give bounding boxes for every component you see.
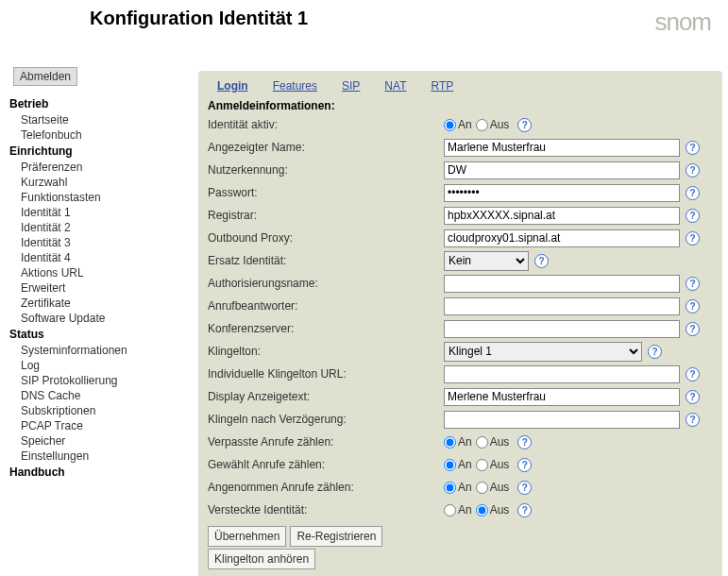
received-radios[interactable]: An Aus <box>444 481 512 494</box>
help-icon[interactable]: ? <box>517 458 532 472</box>
help-icon[interactable]: ? <box>517 118 532 132</box>
label-ringtone: Klingelton: <box>208 345 444 358</box>
label-failover: Ersatz Identität: <box>208 254 444 267</box>
input-mailbox[interactable] <box>444 297 680 315</box>
input-password[interactable] <box>444 184 680 202</box>
help-icon[interactable]: ? <box>686 141 700 155</box>
help-icon[interactable]: ? <box>686 186 700 200</box>
select-ringtone[interactable]: Klingel 1 <box>444 342 642 362</box>
hidden-on[interactable] <box>444 504 456 517</box>
nav-group-manual: Handbuch <box>9 464 191 481</box>
help-icon[interactable]: ? <box>686 413 700 427</box>
nav-item-functionkeys[interactable]: Funktionstasten <box>9 190 191 205</box>
input-ringtone-url[interactable] <box>444 365 680 383</box>
help-icon[interactable]: ? <box>686 390 700 404</box>
page-title: Konfiguration Identität 1 <box>90 8 308 29</box>
identity-active-off[interactable] <box>476 119 488 131</box>
label-authname: Authorisierungsname: <box>208 277 444 290</box>
received-off[interactable] <box>476 482 488 494</box>
help-icon[interactable]: ? <box>686 277 700 291</box>
apply-button[interactable]: Übernehmen <box>208 526 286 547</box>
missed-on[interactable] <box>444 436 456 449</box>
nav-group-setup: Einrichtung <box>9 143 191 160</box>
nav-item-identity2[interactable]: Identität 2 <box>9 220 191 235</box>
nav-item-siptrace[interactable]: SIP Protokollierung <box>9 373 191 388</box>
nav-item-speeddial[interactable]: Kurzwahl <box>9 175 191 190</box>
help-icon[interactable]: ? <box>517 435 532 449</box>
label-displayname: Angezeigter Name: <box>208 141 444 154</box>
label-dialed: Gewählt Anrufe zählen: <box>208 458 444 471</box>
input-ring-delay[interactable] <box>444 411 680 429</box>
nav-item-log[interactable]: Log <box>9 358 191 373</box>
nav-item-identity1[interactable]: Identität 1 <box>9 205 191 220</box>
content-panel: Login Features SIP NAT RTP Anmeldeinform… <box>198 71 722 576</box>
nav-item-identity3[interactable]: Identität 3 <box>9 235 191 250</box>
tab-bar: Login Features SIP NAT RTP <box>208 76 713 95</box>
dialed-radios[interactable]: An Aus <box>444 458 512 471</box>
nav-item-settings[interactable]: Einstellungen <box>9 449 191 464</box>
label-mailbox: Anrufbeantworter: <box>208 299 444 313</box>
section-login-info: Anmeldeinformationen: <box>208 99 713 112</box>
input-outbound[interactable] <box>444 229 680 247</box>
dialed-off[interactable] <box>476 459 488 471</box>
identity-active-on[interactable] <box>444 119 456 131</box>
help-icon[interactable]: ? <box>686 322 700 336</box>
help-icon[interactable]: ? <box>517 503 532 517</box>
tab-nat[interactable]: NAT <box>375 76 415 95</box>
hidden-off[interactable] <box>476 504 488 517</box>
label-account: Nutzerkennung: <box>208 163 444 177</box>
nav-item-memory[interactable]: Speicher <box>9 433 191 449</box>
input-registrar[interactable] <box>444 207 680 225</box>
input-authname[interactable] <box>444 275 680 293</box>
nav-item-advanced[interactable]: Erweitert <box>9 280 191 296</box>
nav-item-certificates[interactable]: Zertifikate <box>9 296 191 311</box>
label-identity-active: Identität aktiv: <box>208 118 444 131</box>
tab-features[interactable]: Features <box>263 76 327 95</box>
help-icon[interactable]: ? <box>648 345 662 359</box>
nav-item-actionurl[interactable]: Aktions URL <box>9 265 191 280</box>
help-icon[interactable]: ? <box>686 299 700 313</box>
logout-button[interactable]: Abmelden <box>13 67 77 86</box>
label-hidden: Versteckte Identität: <box>208 503 444 517</box>
help-icon[interactable]: ? <box>686 367 700 381</box>
help-icon[interactable]: ? <box>686 209 700 223</box>
help-icon[interactable]: ? <box>517 481 532 495</box>
identity-active-radios[interactable]: An Aus <box>444 118 512 131</box>
nav-group-operation: Betrieb <box>9 95 191 112</box>
nav-item-swupdate[interactable]: Software Update <box>9 311 191 326</box>
label-ringtone-url: Individuelle Klingelton URL: <box>208 367 444 381</box>
label-outbound: Outbound Proxy: <box>208 231 444 245</box>
missed-off[interactable] <box>476 436 488 449</box>
label-display-text: Display Anzeigetext: <box>208 390 444 403</box>
tab-login[interactable]: Login <box>208 76 258 95</box>
help-icon[interactable]: ? <box>534 254 549 268</box>
help-icon[interactable]: ? <box>686 163 700 178</box>
nav-item-phonebook[interactable]: Telefonbuch <box>9 127 191 143</box>
nav-item-dnscache[interactable]: DNS Cache <box>9 388 191 403</box>
dialed-on[interactable] <box>444 459 456 471</box>
label-registrar: Registrar: <box>208 209 444 222</box>
nav-item-subscriptions[interactable]: Subskriptionen <box>9 403 191 418</box>
nav-item-home[interactable]: Startseite <box>9 112 191 127</box>
label-missed: Verpasste Anrufe zählen: <box>208 435 444 449</box>
help-icon[interactable]: ? <box>686 231 700 246</box>
hidden-radios[interactable]: An Aus <box>444 503 512 517</box>
received-on[interactable] <box>444 482 456 494</box>
nav-item-preferences[interactable]: Präferenzen <box>9 160 191 175</box>
nav-item-pcap[interactable]: PCAP Trace <box>9 418 191 433</box>
tab-sip[interactable]: SIP <box>332 76 369 95</box>
nav-item-sysinfo[interactable]: Systeminformationen <box>9 343 191 358</box>
reregister-button[interactable]: Re-Registrieren <box>290 526 382 547</box>
select-failover[interactable]: Kein <box>444 251 529 271</box>
label-received: Angenommen Anrufe zählen: <box>208 481 444 494</box>
input-account[interactable] <box>444 161 680 179</box>
play-ringer-button[interactable]: Klingelton anhören <box>208 549 315 569</box>
nav-item-identity4[interactable]: Identität 4 <box>9 250 191 265</box>
input-displayname[interactable] <box>444 139 680 157</box>
input-conference[interactable] <box>444 320 680 338</box>
brand-logo: snom <box>654 8 711 37</box>
label-ring-delay: Klingeln nach Verzögerung: <box>208 413 444 426</box>
tab-rtp[interactable]: RTP <box>421 76 463 95</box>
input-display-text[interactable] <box>444 388 680 406</box>
missed-radios[interactable]: An Aus <box>444 435 512 449</box>
